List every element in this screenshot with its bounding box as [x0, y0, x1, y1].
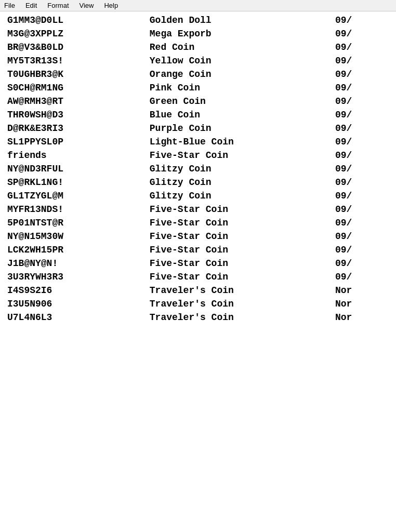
cell-code: AW@RMH3@RT [3, 95, 146, 108]
cell-code: U7L4N6L3 [3, 311, 146, 324]
table-row: T0UGHBR3@KOrange Coin09/ [3, 68, 393, 81]
cell-name: Traveler's Coin [146, 284, 331, 297]
menu-view[interactable]: View [78, 1, 95, 10]
table-row: AW@RMH3@RTGreen Coin09/ [3, 95, 393, 108]
cell-code: 3U3RYWH3R3 [3, 270, 146, 284]
cell-date: 09/ [331, 135, 393, 149]
table-row: THR0WSH@D3Blue Coin09/ [3, 108, 393, 122]
cell-name: Glitzy Coin [146, 176, 331, 189]
cell-name: Glitzy Coin [146, 189, 331, 203]
table-row: S0CH@RM1NGPink Coin09/ [3, 81, 393, 95]
table-row: G1MM3@D0LLGolden Doll09/ [3, 14, 393, 27]
cell-date: 09/ [331, 203, 393, 216]
cell-name: Five-Star Coin [146, 149, 331, 162]
cell-name: Green Coin [146, 95, 331, 108]
cell-code: T0UGHBR3@K [3, 68, 146, 81]
menu-help[interactable]: Help [103, 1, 119, 10]
table-row: GL1TZYGL@MGlitzy Coin09/ [3, 189, 393, 203]
table-row: BR@V3&B0LDRed Coin09/ [3, 41, 393, 54]
menu-bar: File Edit Format View Help [0, 0, 396, 11]
cell-code: LCK2WH15PR [3, 243, 146, 257]
cell-name: Light-Blue Coin [146, 135, 331, 149]
cell-code: BR@V3&B0LD [3, 41, 146, 54]
cell-date: 09/ [331, 81, 393, 95]
cell-date: 09/ [331, 68, 393, 81]
cell-code: NY@ND3RFUL [3, 162, 146, 176]
cell-name: Purple Coin [146, 122, 331, 135]
table-row: M3G@3XPPLZMega Exporb09/ [3, 27, 393, 41]
cell-code: M3G@3XPPLZ [3, 27, 146, 41]
cell-date: Nor [331, 284, 393, 297]
cell-code: SL1PPYSL0P [3, 135, 146, 149]
cell-name: Pink Coin [146, 81, 331, 95]
cell-date: 09/ [331, 122, 393, 135]
table-row: NY@ND3RFULGlitzy Coin09/ [3, 162, 393, 176]
cell-code: 5P01NTST@R [3, 216, 146, 230]
cell-name: Red Coin [146, 41, 331, 54]
menu-format[interactable]: Format [46, 1, 70, 10]
cell-name: Golden Doll [146, 14, 331, 27]
cell-date: Nor [331, 311, 393, 324]
table-row: LCK2WH15PRFive-Star Coin09/ [3, 243, 393, 257]
cell-date: 09/ [331, 14, 393, 27]
cell-name: Traveler's Coin [146, 297, 331, 311]
cell-date: 09/ [331, 176, 393, 189]
cell-name: Five-Star Coin [146, 257, 331, 270]
cell-code: I3U5N906 [3, 297, 146, 311]
cell-date: 09/ [331, 189, 393, 203]
table-container: G1MM3@D0LLGolden Doll09/M3G@3XPPLZMega E… [0, 11, 396, 326]
cell-code: friends [3, 149, 146, 162]
table-row: SL1PPYSL0PLight-Blue Coin09/ [3, 135, 393, 149]
cell-code: S0CH@RM1NG [3, 81, 146, 95]
cell-code: MYFR13NDS! [3, 203, 146, 216]
cell-code: G1MM3@D0LL [3, 14, 146, 27]
table-row: I3U5N906Traveler's CoinNor [3, 297, 393, 311]
cell-date: 09/ [331, 108, 393, 122]
cell-code: THR0WSH@D3 [3, 108, 146, 122]
table-row: I4S9S2I6Traveler's CoinNor [3, 284, 393, 297]
cell-code: I4S9S2I6 [3, 284, 146, 297]
table-row: friendsFive-Star Coin09/ [3, 149, 393, 162]
cell-name: Five-Star Coin [146, 203, 331, 216]
cell-code: D@RK&E3RI3 [3, 122, 146, 135]
table-row: 3U3RYWH3R3Five-Star Coin09/ [3, 270, 393, 284]
menu-file[interactable]: File [3, 1, 16, 10]
cell-name: Glitzy Coin [146, 162, 331, 176]
cell-date: 09/ [331, 54, 393, 68]
table-row: NY@N15M30WFive-Star Coin09/ [3, 230, 393, 243]
cell-code: MY5T3R13S! [3, 54, 146, 68]
cell-date: 09/ [331, 230, 393, 243]
cell-name: Orange Coin [146, 68, 331, 81]
cell-code: J1B@NY@N! [3, 257, 146, 270]
cell-code: GL1TZYGL@M [3, 189, 146, 203]
table-row: D@RK&E3RI3Purple Coin09/ [3, 122, 393, 135]
cell-date: 09/ [331, 216, 393, 230]
cell-date: 09/ [331, 243, 393, 257]
cell-name: Blue Coin [146, 108, 331, 122]
cell-name: Five-Star Coin [146, 216, 331, 230]
cell-code: SP@RKL1NG! [3, 176, 146, 189]
cell-date: Nor [331, 297, 393, 311]
cell-date: 09/ [331, 149, 393, 162]
cell-date: 09/ [331, 257, 393, 270]
cell-code: NY@N15M30W [3, 230, 146, 243]
cell-date: 09/ [331, 270, 393, 284]
cell-name: Five-Star Coin [146, 270, 331, 284]
cell-name: Yellow Coin [146, 54, 331, 68]
cell-date: 09/ [331, 41, 393, 54]
cell-name: Mega Exporb [146, 27, 331, 41]
data-table: G1MM3@D0LLGolden Doll09/M3G@3XPPLZMega E… [3, 14, 393, 324]
table-row: U7L4N6L3Traveler's CoinNor [3, 311, 393, 324]
cell-date: 09/ [331, 95, 393, 108]
cell-name: Traveler's Coin [146, 311, 331, 324]
cell-name: Five-Star Coin [146, 230, 331, 243]
cell-date: 09/ [331, 162, 393, 176]
menu-edit[interactable]: Edit [24, 1, 38, 10]
cell-name: Five-Star Coin [146, 243, 331, 257]
table-row: 5P01NTST@RFive-Star Coin09/ [3, 216, 393, 230]
table-row: MY5T3R13S!Yellow Coin09/ [3, 54, 393, 68]
cell-date: 09/ [331, 27, 393, 41]
table-row: SP@RKL1NG!Glitzy Coin09/ [3, 176, 393, 189]
table-row: J1B@NY@N!Five-Star Coin09/ [3, 257, 393, 270]
table-row: MYFR13NDS!Five-Star Coin09/ [3, 203, 393, 216]
